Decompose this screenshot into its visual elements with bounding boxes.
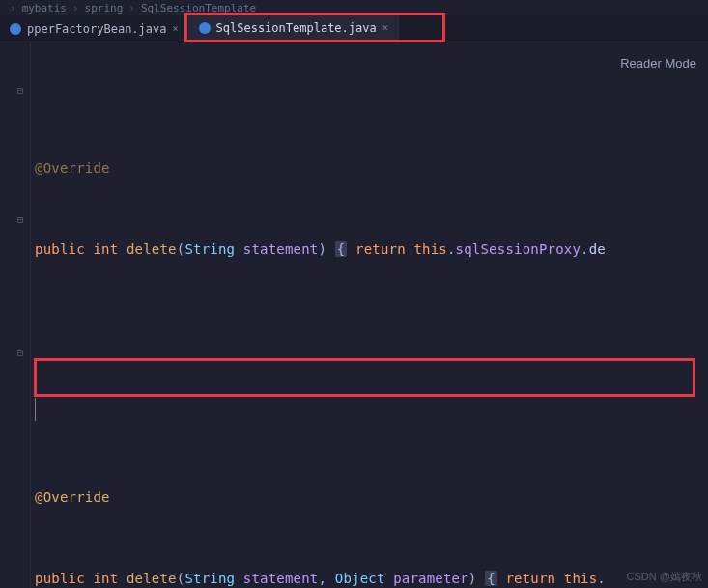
editor-tabs: pperFactoryBean.java × SqlSessionTemplat… [0, 15, 708, 42]
code-token: parameter [393, 571, 468, 586]
breadcrumb-segment[interactable]: mybatis [22, 2, 67, 14]
code-token: statement [243, 571, 319, 586]
breadcrumb-segment[interactable]: spring [85, 2, 124, 14]
breadcrumb-segment[interactable]: SqlSessionTemplate [141, 2, 256, 14]
close-icon[interactable]: × [173, 23, 179, 34]
tab-label: SqlSessionTemplate.java [216, 21, 377, 35]
code-token: String [184, 241, 235, 257]
java-file-icon [199, 22, 211, 34]
code-token: @Override [35, 490, 110, 505]
code-token: String [184, 571, 235, 586]
editor-gutter: ⊟ ⊟ ⊟ [0, 42, 31, 588]
code-token: public [35, 571, 85, 586]
code-token: delete [127, 241, 177, 257]
code-token: @Override [35, 160, 110, 176]
code-token: statement [243, 241, 319, 257]
watermark: CSDN @嫣夜秋 [627, 570, 702, 584]
code-token: de [589, 241, 606, 257]
fold-icon[interactable]: ⊟ [17, 340, 27, 350]
code-token: this [413, 241, 447, 257]
close-icon[interactable]: × [382, 22, 388, 33]
code-token: int [93, 571, 118, 586]
chevron-right-icon: › [128, 2, 135, 14]
fold-icon[interactable]: ⊟ [17, 207, 27, 216]
java-file-icon [10, 23, 21, 35]
code-token: Object [335, 571, 385, 586]
breadcrumb: › mybatis › spring › SqlSessionTemplate [0, 0, 708, 15]
chevron-right-icon: › [72, 2, 79, 14]
code-token: delete [127, 571, 177, 586]
tab-sql-session-template[interactable]: SqlSessionTemplate.java × [189, 15, 399, 42]
tab-mapper-factory-bean[interactable]: pperFactoryBean.java × [0, 15, 189, 42]
code-editor[interactable]: ⊟ ⊟ ⊟ @Override public int delete(String… [0, 42, 708, 588]
tab-label: pperFactoryBean.java [27, 22, 167, 36]
code-token: this [564, 571, 598, 586]
code-token: int [93, 241, 118, 257]
code-token: return [505, 571, 555, 586]
code-token: return [355, 241, 406, 257]
code-token: public [35, 241, 85, 257]
fold-icon[interactable]: ⊟ [17, 77, 27, 87]
code-token: sqlSessionProxy [456, 241, 581, 257]
chevron-right-icon: › [10, 2, 16, 14]
